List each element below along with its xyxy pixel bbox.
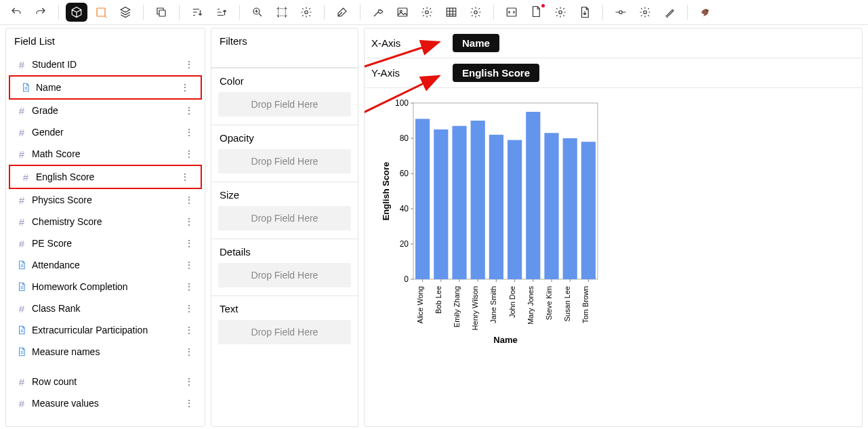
field-item[interactable]: #Physics Score⋮	[6, 189, 205, 211]
toolbar-divider	[687, 5, 688, 20]
field-item[interactable]: #Student ID⋮	[6, 54, 205, 75]
field-item[interactable]: Extracurricular Participation⋮	[6, 319, 205, 341]
document-icon	[20, 83, 32, 92]
commit-button[interactable]	[610, 3, 632, 22]
field-list-panel: Field List #Student ID⋮Name⋮#Grade⋮#Gend…	[5, 28, 205, 427]
export-button[interactable]	[574, 3, 596, 22]
more-icon[interactable]: ⋮	[180, 215, 198, 228]
svg-rect-8	[447, 8, 456, 16]
text-drop-target[interactable]: Drop Field Here	[218, 320, 351, 344]
field-item[interactable]: #Chemistry Score⋮	[6, 211, 205, 232]
code-button[interactable]	[501, 3, 522, 22]
redo-button[interactable]	[30, 3, 51, 22]
svg-text:Henry Wilson: Henry Wilson	[471, 286, 479, 330]
svg-text:0: 0	[404, 274, 409, 284]
field-item[interactable]: #Class Rank⋮	[6, 298, 205, 319]
more-icon[interactable]: ⋮	[180, 280, 198, 293]
opacity-drop-target[interactable]: Drop Field Here	[218, 149, 351, 173]
field-item[interactable]: #PE Score⋮	[6, 232, 205, 254]
field-item[interactable]: Attendance⋮	[6, 254, 205, 276]
field-item[interactable]: Measure names⋮	[6, 341, 205, 363]
document-button[interactable]	[525, 3, 547, 22]
sort-asc-button[interactable]	[211, 3, 232, 22]
color-shelf-label: Color	[211, 68, 358, 92]
svg-point-7	[426, 11, 429, 14]
more-icon[interactable]: ⋮	[180, 193, 198, 207]
svg-text:Emily Zhang: Emily Zhang	[453, 286, 461, 327]
more-icon[interactable]: ⋮	[180, 125, 198, 139]
toolbar	[0, 0, 868, 25]
brush-button[interactable]	[659, 3, 680, 22]
settings-3-button[interactable]	[465, 3, 487, 22]
size-drop-target[interactable]: Drop Field Here	[218, 206, 351, 230]
settings-4-button[interactable]	[550, 3, 571, 22]
bird-icon[interactable]	[695, 3, 716, 22]
wrench-button[interactable]	[367, 3, 389, 22]
field-item[interactable]: Name⋮	[9, 75, 202, 100]
settings-2-button[interactable]	[416, 3, 438, 22]
cube-button[interactable]	[66, 3, 87, 22]
field-item[interactable]: #Measure values⋮	[6, 392, 205, 414]
y-axis-chip[interactable]: English Score	[453, 64, 539, 82]
field-item[interactable]: Homework Completion⋮	[6, 276, 205, 298]
more-icon[interactable]: ⋮	[180, 302, 198, 315]
details-drop-target[interactable]: Drop Field Here	[218, 263, 351, 287]
more-icon[interactable]: ⋮	[180, 258, 198, 272]
svg-point-9	[474, 11, 478, 14]
svg-rect-34	[452, 126, 466, 279]
field-item[interactable]: #Gender⋮	[6, 121, 205, 143]
toolbar-divider	[239, 5, 240, 20]
toolbar-divider	[143, 5, 144, 20]
svg-rect-46	[526, 112, 540, 279]
copy-button[interactable]	[150, 3, 172, 22]
svg-text:Susan Lee: Susan Lee	[563, 286, 571, 322]
image-button[interactable]	[392, 3, 413, 22]
field-label: PE Score	[32, 238, 180, 249]
svg-rect-28	[415, 119, 430, 279]
settings-1-button[interactable]	[295, 3, 317, 22]
more-icon[interactable]: ⋮	[176, 170, 194, 184]
settings-5-button[interactable]	[634, 3, 656, 22]
field-item[interactable]: #English Score⋮	[9, 165, 202, 189]
more-icon[interactable]: ⋮	[176, 81, 194, 94]
color-drop-target[interactable]: Drop Field Here	[218, 92, 351, 117]
toolbar-divider	[602, 5, 603, 20]
layers-button[interactable]	[115, 3, 136, 22]
more-icon[interactable]: ⋮	[180, 237, 198, 250]
hash-icon: #	[16, 376, 28, 388]
more-icon[interactable]: ⋮	[180, 323, 198, 337]
svg-text:80: 80	[400, 134, 409, 143]
rectangle-button[interactable]	[90, 3, 112, 22]
more-icon[interactable]: ⋮	[180, 375, 198, 388]
more-icon[interactable]: ⋮	[180, 396, 198, 410]
table-button[interactable]	[440, 3, 462, 22]
sort-desc-button[interactable]	[186, 3, 208, 22]
x-axis-shelf[interactable]: X-Axis Name	[365, 28, 862, 58]
more-icon[interactable]: ⋮	[180, 345, 198, 359]
paint-button[interactable]	[331, 3, 353, 22]
more-icon[interactable]: ⋮	[180, 58, 198, 71]
field-item[interactable]: #Row count⋮	[6, 371, 205, 392]
zoom-button[interactable]	[247, 3, 268, 22]
resize-button[interactable]	[271, 3, 293, 22]
undo-button[interactable]	[5, 3, 27, 22]
toolbar-divider	[58, 5, 59, 20]
x-axis-chip[interactable]: Name	[453, 34, 499, 52]
svg-rect-52	[563, 138, 577, 279]
field-label: Class Rank	[32, 303, 180, 314]
svg-text:100: 100	[395, 98, 409, 108]
field-label: Measure names	[32, 346, 180, 357]
y-axis-shelf[interactable]: Y-Axis English Score	[365, 58, 862, 88]
svg-rect-43	[508, 140, 522, 279]
field-list-title: Field List	[6, 28, 205, 54]
field-label: Chemistry Score	[32, 216, 180, 227]
svg-rect-37	[471, 121, 485, 279]
more-icon[interactable]: ⋮	[180, 147, 198, 161]
field-item[interactable]: #Math Score⋮	[6, 143, 205, 165]
document-icon	[16, 325, 28, 335]
filters-shelf[interactable]: Filters	[211, 28, 358, 68]
field-item[interactable]: #Grade⋮	[6, 100, 205, 121]
more-icon[interactable]: ⋮	[180, 104, 198, 117]
svg-text:John Doe: John Doe	[508, 286, 516, 318]
field-label: Attendance	[32, 260, 180, 270]
